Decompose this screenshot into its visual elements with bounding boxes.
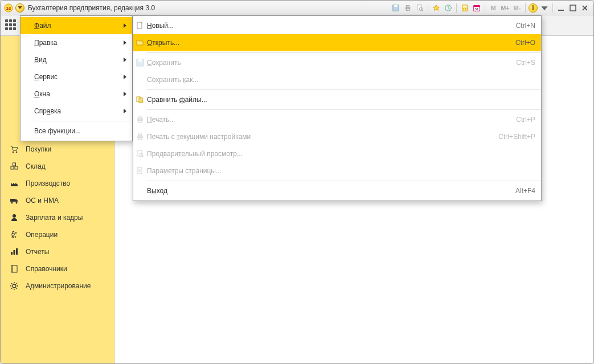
sidebar-item-label: Операции xyxy=(26,231,58,239)
menu-item-view[interactable]: Вид xyxy=(21,51,132,68)
sidebar-item-purchases[interactable]: Покупки xyxy=(1,141,114,158)
menu-item-all-functions[interactable]: Все функции... xyxy=(21,122,132,140)
app-logo-icon: 1c xyxy=(4,3,13,13)
svg-line-48 xyxy=(11,288,13,289)
sidebar-item-label: ОС и НМА xyxy=(26,197,59,205)
sidebar-item-operations[interactable]: ДтКт Операции xyxy=(1,226,114,243)
memory-m-minus[interactable]: M- xyxy=(512,3,522,13)
open-folder-icon xyxy=(136,38,145,47)
minimize-button[interactable] xyxy=(556,3,566,13)
page-setup-icon xyxy=(136,166,145,175)
sidebar-item-warehouse[interactable]: Склад xyxy=(1,158,114,175)
factory-icon xyxy=(10,179,19,188)
sidebar-item-assets[interactable]: ОС и НМА xyxy=(1,192,114,209)
sidebar-item-salary[interactable]: Зарплата и кадры xyxy=(1,209,114,226)
print-icon[interactable] xyxy=(403,3,413,13)
info-icon[interactable]: i xyxy=(529,3,538,13)
svg-rect-51 xyxy=(138,59,142,62)
svg-rect-13 xyxy=(463,6,466,7)
dropdown-arrow-icon[interactable] xyxy=(539,3,550,13)
file-menu-new[interactable]: Новый... Ctrl+N xyxy=(133,17,541,34)
svg-rect-12 xyxy=(462,5,468,11)
favorites-star-icon[interactable] xyxy=(431,3,441,13)
sections-grid-icon[interactable] xyxy=(5,19,18,32)
menu-item-help[interactable]: Справка xyxy=(21,103,132,120)
maximize-button[interactable] xyxy=(568,3,578,13)
svg-rect-60 xyxy=(138,134,142,136)
sidebar-item-label: Администрирование xyxy=(26,282,91,290)
title-bar: 1c Бухгалтерия предприятия, редакция 3.0… xyxy=(1,1,593,15)
svg-rect-22 xyxy=(558,10,564,11)
svg-rect-6 xyxy=(406,9,409,10)
svg-marker-10 xyxy=(433,5,440,10)
person-icon xyxy=(10,213,19,222)
svg-point-14 xyxy=(463,8,464,9)
compare-icon xyxy=(136,95,145,104)
menu-separator xyxy=(147,89,541,90)
window-title: Бухгалтерия предприятия, редакция 3.0 xyxy=(28,4,155,12)
preview-icon xyxy=(136,149,145,158)
sidebar-item-administration[interactable]: Администрирование xyxy=(1,277,114,295)
svg-point-16 xyxy=(463,9,464,10)
svg-rect-23 xyxy=(570,5,576,11)
calculator-icon[interactable] xyxy=(460,3,470,13)
svg-line-46 xyxy=(17,288,18,289)
submenu-arrow-icon xyxy=(124,40,126,45)
chart-icon xyxy=(10,247,19,256)
menu-separator xyxy=(147,181,541,181)
memory-m[interactable]: M xyxy=(488,3,498,13)
sidebar-item-label: Покупки xyxy=(26,145,51,153)
app-window: 1c Бухгалтерия предприятия, редакция 3.0… xyxy=(0,0,594,364)
sidebar-item-label: Справочники xyxy=(26,265,67,273)
svg-point-34 xyxy=(13,214,16,218)
sidebar-item-reports[interactable]: Отчеты xyxy=(1,243,114,260)
save-icon xyxy=(136,58,145,67)
sidebar-item-directories[interactable]: Справочники xyxy=(1,260,114,277)
svg-rect-57 xyxy=(138,117,142,118)
file-submenu: Новый... Ctrl+N Открыть... Ctrl+O Сохран… xyxy=(133,15,542,201)
submenu-arrow-icon xyxy=(124,58,126,62)
memory-m-plus[interactable]: M+ xyxy=(500,3,510,13)
menu-separator xyxy=(147,52,541,53)
svg-rect-61 xyxy=(138,138,142,140)
file-menu-open[interactable]: Открыть... Ctrl+O xyxy=(133,34,541,51)
submenu-arrow-icon xyxy=(124,109,126,113)
submenu-arrow-icon xyxy=(124,23,126,28)
file-menu-preview: Предварительный просмотр... xyxy=(133,145,541,162)
file-menu-compare[interactable]: Сравнить файлы... xyxy=(133,91,541,108)
svg-point-17 xyxy=(465,9,466,10)
menu-item-file[interactable]: Файл xyxy=(21,17,132,34)
svg-rect-35 xyxy=(11,252,13,255)
cart-icon xyxy=(10,145,19,154)
close-button[interactable] xyxy=(580,3,590,13)
svg-point-40 xyxy=(13,284,16,288)
save-icon[interactable] xyxy=(391,3,401,13)
submenu-arrow-icon xyxy=(124,75,126,79)
svg-rect-3 xyxy=(394,5,397,7)
menu-item-windows[interactable]: Окна xyxy=(21,85,132,103)
file-menu-save-as: Сохранить как... xyxy=(133,71,541,88)
gear-icon xyxy=(10,281,19,291)
preview-icon[interactable] xyxy=(415,3,425,13)
menu-item-edit[interactable]: Правка xyxy=(21,34,132,51)
svg-rect-28 xyxy=(11,166,14,169)
sidebar-item-label: Производство xyxy=(26,179,70,187)
calendar-icon[interactable]: 31 xyxy=(472,3,482,13)
file-menu-print-current: Печать с текущими настройками Ctrl+Shift… xyxy=(133,128,541,145)
svg-point-32 xyxy=(11,202,13,204)
file-menu-exit[interactable]: Выход Alt+F4 xyxy=(133,182,541,199)
title-toolbar: 31 M M+ M- i xyxy=(391,3,590,13)
history-icon[interactable] xyxy=(443,3,453,13)
svg-rect-30 xyxy=(13,163,16,166)
print-icon xyxy=(136,115,145,124)
svg-point-26 xyxy=(13,152,14,153)
menu-item-service[interactable]: Сервис xyxy=(21,68,132,85)
main-menu-dropdown-icon[interactable] xyxy=(15,3,24,13)
sidebar-item-label: Зарплата и кадры xyxy=(26,214,83,222)
svg-rect-36 xyxy=(14,250,15,255)
sidebar-item-label: Склад xyxy=(26,162,46,170)
sidebar-item-production[interactable]: Производство xyxy=(1,175,114,192)
truck-icon xyxy=(10,196,19,205)
file-menu-save: Сохранить Ctrl+S xyxy=(133,54,541,71)
menu-separator xyxy=(147,109,541,110)
